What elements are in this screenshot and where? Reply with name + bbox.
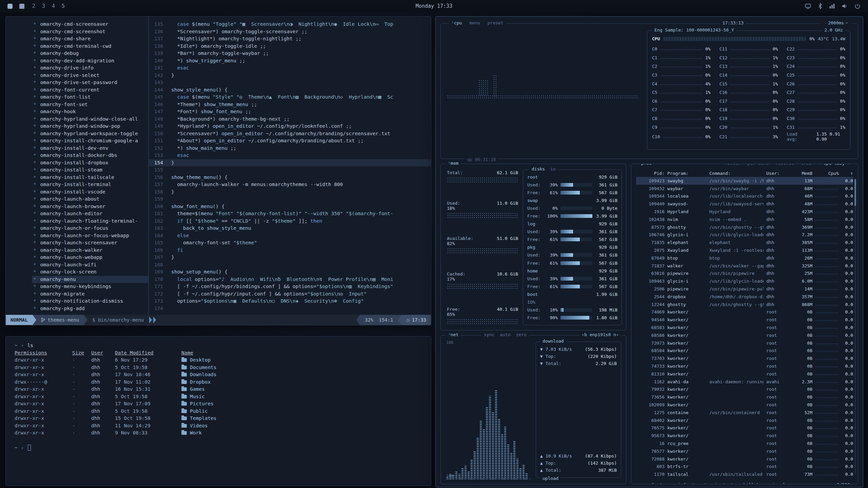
file-item[interactable]: *omarchy-install-terminal: [32, 181, 148, 188]
code-line[interactable]: 169show_setup_menu() {: [149, 268, 431, 276]
directory-name[interactable]: Documents: [181, 364, 422, 371]
code-line[interactable]: 157 omarchy-launch-walker -m menus:omarc…: [149, 181, 431, 188]
code-line[interactable]: 151 *About*) open_in_editor ~/.config/om…: [149, 137, 431, 145]
tab-disks[interactable]: disks: [532, 166, 545, 171]
proc-sort-selector[interactable]: ‹ cpu lazy ›: [818, 164, 850, 166]
tab-cpu[interactable]: ¹cpu: [451, 20, 462, 25]
code-line[interactable]: 136 *Screensaver*) omarchy-toggle-screen…: [149, 28, 431, 36]
process-row[interactable]: 68584 kworker/ root 0B 0.0: [636, 347, 853, 355]
file-item[interactable]: *omarchy-font-current: [32, 86, 148, 94]
code-line[interactable]: 139 *Bar*) omarchy-toggle-waybar ;;: [149, 50, 431, 57]
code-line[interactable]: 148 *Background*) omarchy-theme-bg-next …: [149, 116, 431, 123]
file-item[interactable]: *omarchy-cmd-screenshot: [32, 28, 148, 36]
proc-scrollbar[interactable]: [854, 179, 856, 474]
file-item[interactable]: *omarchy-launch-floating-terminal-: [32, 218, 148, 225]
process-row[interactable]: 102438 nvim nvim --embed . dhh 58M 0.0: [636, 216, 853, 223]
code-line[interactable]: 174: [149, 305, 431, 312]
directory-name[interactable]: Public: [181, 408, 422, 415]
process-row[interactable]: 1162 avahi-da avahi-daemon: running [ av…: [636, 378, 853, 386]
code-line[interactable]: 171 [ -f ~/.config/hypr/bindings.conf ] …: [149, 283, 431, 290]
process-row[interactable]: 81310 kworker/ root 0B 0.0: [636, 370, 853, 378]
directory-name[interactable]: Pictures: [181, 400, 422, 408]
file-item[interactable]: *omarchy-hyprland-workspace-toggle: [32, 130, 148, 138]
process-row[interactable]: 12244 ghostty /usr/bin/ghostty --gtk- dh…: [636, 301, 853, 308]
stats-icon[interactable]: [829, 3, 835, 9]
col-user[interactable]: User:: [766, 171, 788, 176]
code-line[interactable]: 170 local options="♪ Audio\n∩ Wifi\nƀ Bl…: [149, 276, 431, 283]
code-line[interactable]: 153 esac: [149, 152, 431, 159]
col-memb[interactable]: MemB: [791, 171, 812, 176]
code-line[interactable]: 142}: [149, 72, 431, 79]
directory-name[interactable]: Work: [181, 429, 422, 437]
code-line[interactable]: 165 omarchy-font-set "$theme": [149, 239, 431, 247]
code-line[interactable]: 154}: [149, 159, 431, 167]
code-line[interactable]: 173 options="$options\n▣ Defaults\n○ DNS…: [149, 298, 431, 305]
file-item[interactable]: *omarchy-launch-screensaver: [32, 239, 148, 247]
file-item[interactable]: *omarchy-launch-editor: [32, 210, 148, 218]
power-icon[interactable]: [854, 3, 861, 9]
code-line[interactable]: 168: [149, 261, 431, 269]
code-line[interactable]: 135 case $(menu "Toggle" "▦ Screensaver\…: [149, 21, 431, 28]
file-item[interactable]: *omarchy-launch-webapp: [32, 254, 148, 261]
code-line[interactable]: 144show_style_menu() {: [149, 86, 431, 94]
file-item[interactable]: *omarchy-launch-wifi: [32, 261, 148, 269]
interval-plus-button[interactable]: +: [844, 20, 849, 25]
footer-keybind[interactable]: kill k: [743, 482, 759, 484]
screencast-icon[interactable]: [805, 3, 811, 9]
tab-menu[interactable]: menu: [469, 20, 480, 25]
file-explorer[interactable]: *omarchy-cmd-screensaver *omarchy-cmd-sc…: [6, 17, 148, 315]
code-line[interactable]: 162 if [[ "$theme" == "CNCLD" || -z "$th…: [149, 218, 431, 225]
file-item[interactable]: *omarchy-launch-browser: [32, 203, 148, 210]
process-row[interactable]: 2544 dropbox /home/dhh/.dropbox-dist dhh…: [636, 293, 853, 301]
process-row[interactable]: 74733 kworker/ root 0B 0.0: [636, 362, 853, 370]
process-row[interactable]: 87649 btop btop dhh 26M 0.0: [636, 254, 853, 262]
file-item[interactable]: *omarchy-hyprland-window-close-all: [32, 116, 148, 123]
process-row[interactable]: 72073 kworker/ root 0B 0.0: [636, 339, 853, 347]
process-row[interactable]: 71835 elephant elephant dhh 385M 0.0: [636, 239, 853, 246]
code-line[interactable]: 141 esac: [149, 64, 431, 72]
file-item[interactable]: *omarchy-pkg-add: [32, 305, 148, 312]
sort-direction-icon[interactable]: ↑: [842, 171, 853, 176]
process-row[interactable]: 2075 Xwayland Xwayland :1 -rootless - dh…: [636, 246, 853, 254]
process-row[interactable]: 76577 kworker/ root 0B 0.0: [636, 447, 853, 455]
code-line[interactable]: 152 *) show_main_menu ;;: [149, 145, 431, 152]
file-item[interactable]: *omarchy-install-steam: [32, 166, 148, 174]
net-box-title[interactable]: ³net: [446, 332, 461, 337]
code-line[interactable]: 160show_font_menu() {: [149, 203, 431, 210]
code-line[interactable]: 172 [ -f ~/.config/hypr/input.conf ] && …: [149, 290, 431, 298]
code-pane[interactable]: 135 case $(menu "Toggle" "▦ Screensaver\…: [148, 17, 431, 315]
code-line[interactable]: 146 *Theme*) show_theme_menu ;;: [149, 101, 431, 108]
process-row[interactable]: 109423 swaybg /usr/bin/swaybg -i /hom dh…: [636, 177, 853, 185]
proc-tree-toggle[interactable]: tree: [801, 164, 811, 166]
process-row[interactable]: 71837 walker /usr/bin/walker --gappl dhh…: [636, 262, 853, 270]
code-line[interactable]: 158}: [149, 188, 431, 196]
file-item[interactable]: *omarchy-cmd-screensaver: [32, 21, 148, 28]
col-pid[interactable]: Pid:: [636, 171, 665, 176]
process-row[interactable]: 109344 localsea /usr/lib/localsearch-ex …: [636, 192, 853, 200]
mem-box-title[interactable]: ²mem: [446, 161, 461, 166]
directory-name[interactable]: Music: [181, 393, 422, 401]
footer-keybind[interactable]: ↑ select ↓: [641, 482, 668, 484]
process-row[interactable]: 102099 kworker/ root 0B 0.0: [636, 401, 853, 409]
active-prompt[interactable]: ~ ›: [15, 444, 422, 452]
col-command[interactable]: Command:: [709, 171, 764, 176]
process-row[interactable]: 63816 pipewire /usr/bin/pipewire dhh 25M…: [636, 270, 853, 278]
process-row[interactable]: 16 rcu_pree root 0B 0.0: [636, 440, 853, 447]
volume-icon[interactable]: [842, 3, 848, 9]
file-item[interactable]: *omarchy-launch-or-focus: [32, 225, 148, 232]
file-item[interactable]: *omarchy-lock-screen: [32, 268, 148, 276]
process-row[interactable]: 73703 kworker/ root 0B 0.0: [636, 354, 853, 362]
process-row[interactable]: 1916 Hyprland Hyprland dhh 423M 0.0: [636, 208, 853, 216]
process-row[interactable]: 74869 kworker/ root 0B 0.0: [636, 308, 853, 316]
process-row[interactable]: 68586 kworker/ root 0B 0.0: [636, 331, 853, 339]
process-row[interactable]: 2506 pipewire /usr/bin/pipewire-pulse dh…: [636, 285, 853, 293]
file-item[interactable]: *omarchy-drive-set-password: [32, 79, 148, 86]
directory-name[interactable]: Games: [181, 386, 422, 393]
file-item[interactable]: *omarchy-install-vscode: [32, 188, 148, 196]
file-item[interactable]: *omarchy-install-docker-dbs: [32, 152, 148, 159]
file-item[interactable]: *omarchy-install-dev-env: [32, 145, 148, 152]
file-item[interactable]: *omarchy-install-tailscale: [32, 174, 148, 181]
file-item[interactable]: *omarchy-font-set: [32, 101, 148, 108]
footer-keybind[interactable]: signals s: [769, 482, 793, 484]
code-line[interactable]: 150 *Screensaver*) open_in_editor ~/.con…: [149, 130, 431, 138]
